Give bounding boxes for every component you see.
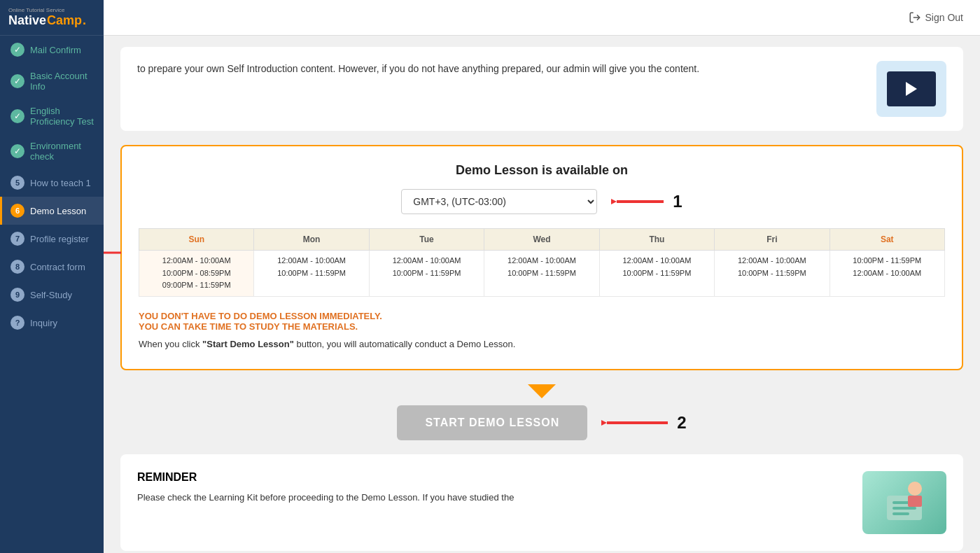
arrow2-number: 2 [677, 413, 686, 433]
reminder-image [862, 471, 946, 534]
arrow1-icon [611, 192, 667, 211]
check-icon: ✓ [10, 74, 24, 88]
col-fri: Fri [715, 229, 830, 251]
step-number: ? [10, 316, 24, 330]
start-btn-row: START DEMO LESSON 2 [120, 405, 963, 440]
main-content: Sign Out to prepare your own Self Introd… [104, 0, 980, 553]
col-wed: Wed [484, 229, 599, 251]
step-number: 8 [10, 260, 24, 274]
notice-orange: YOU DON'T HAVE TO DO DEMO LESSON IMMEDIA… [139, 311, 945, 332]
check-icon: ✓ [10, 109, 24, 123]
fri-slot-1: 12:00AM - 10:00AM10:00PM - 11:59PM [715, 251, 830, 297]
logo-camp: Camp [47, 13, 82, 28]
sidebar-item-basic-account-info[interactable]: ✓ Basic Account Info [0, 64, 104, 99]
reminder-card: REMINDER Please check the Learning Kit b… [120, 454, 963, 551]
svg-point-11 [908, 482, 922, 496]
step-number: 9 [10, 288, 24, 302]
svg-rect-10 [892, 512, 909, 515]
reminder-card-content: REMINDER Please check the Learning Kit b… [137, 471, 848, 505]
wed-slot-1: 12:00AM - 10:00AM10:00PM - 11:59PM [484, 251, 599, 297]
sign-out-button[interactable]: Sign Out [909, 11, 963, 24]
col-mon: Mon [254, 229, 369, 251]
sidebar-item-label: Self-Study [30, 290, 72, 300]
sidebar-item-how-to-teach[interactable]: 5 How to teach 1 [0, 169, 104, 197]
sidebar-item-label: Inquiry [30, 318, 57, 328]
sidebar-item-profile-register[interactable]: 7 Profile register [0, 225, 104, 253]
reminder-text: Please check the Learning Kit before pro… [137, 491, 848, 505]
col-sun: Sun [139, 229, 254, 251]
arrow2-icon [601, 413, 671, 433]
video-thumbnail-container [876, 61, 946, 117]
sidebar-item-label: English Proficiency Test [30, 106, 95, 127]
sign-out-icon [909, 11, 921, 24]
sidebar-item-label: Contract form [30, 262, 85, 272]
check-icon: ✓ [10, 43, 24, 57]
sidebar-item-demo-lesson[interactable]: 6 Demo Lesson [0, 197, 104, 225]
intro-card-text: to prepare your own Self Introduction co… [137, 61, 862, 76]
arrow1-number: 1 [673, 192, 682, 211]
schedule-header-row: Sun Mon Tue Wed Thu Fri Sat [139, 229, 945, 251]
sidebar-item-mail-confirm[interactable]: ✓ Mail Confirm [0, 36, 104, 64]
svg-rect-9 [892, 507, 916, 510]
play-icon [906, 82, 917, 96]
arrow1-annotation: 1 [611, 192, 682, 211]
sidebar-item-label: Profile register [30, 234, 89, 244]
step6-arrow-icon [104, 244, 125, 261]
demo-lesson-section: مرحله ۶ Demo Lesson is available on [120, 145, 963, 370]
sidebar-item-label: Basic Account Info [30, 71, 95, 92]
step-number: 6 [10, 204, 24, 218]
notice-line-1: YOU DON'T HAVE TO DO DEMO LESSON IMMEDIA… [139, 311, 382, 321]
content-area: to prepare your own Self Introduction co… [104, 47, 980, 553]
col-sat: Sat [830, 229, 944, 251]
step6-annotation: مرحله ۶ [104, 239, 125, 266]
header-bar: Sign Out [104, 0, 980, 36]
sidebar-item-label: Mail Confirm [30, 45, 81, 55]
col-thu: Thu [599, 229, 714, 251]
logo-native: Native [8, 13, 46, 28]
mon-slot-1: 12:00AM - 10:00AM10:00PM - 11:59PM [254, 251, 369, 297]
start-demo-lesson-button[interactable]: START DEMO LESSON [397, 405, 587, 440]
intro-card: to prepare your own Self Introduction co… [120, 47, 963, 131]
triangle-down-icon [528, 384, 556, 398]
sidebar-item-label: Demo Lesson [30, 206, 86, 216]
notice-body-text: When you click "Start Demo Lesson" butto… [139, 337, 945, 352]
svg-rect-12 [908, 496, 922, 507]
notice-line-2: YOU CAN TAKE TIME TO STUDY THE MATERIALS… [139, 321, 358, 332]
sun-slot-1: 12:00AM - 10:00AM10:00PM - 08:59PM09:00P… [139, 251, 254, 297]
sidebar-item-environment-check[interactable]: ✓ Environment check [0, 134, 104, 169]
sidebar-item-inquiry[interactable]: ? Inquiry [0, 309, 104, 337]
reminder-title: REMINDER [137, 471, 848, 484]
video-thumb [887, 71, 936, 106]
thu-slot-1: 12:00AM - 10:00AM10:00PM - 11:59PM [599, 251, 714, 297]
logo: Online Tutorial Service NativeCamp. [0, 0, 104, 36]
table-row: 12:00AM - 10:00AM10:00PM - 08:59PM09:00P… [139, 251, 945, 297]
demo-lesson-title: Demo Lesson is available on [139, 163, 945, 178]
col-tue: Tue [369, 229, 484, 251]
timezone-select[interactable]: GMT+3, (UTC-03:00) [401, 189, 597, 214]
sidebar-item-contract-form[interactable]: 8 Contract form [0, 253, 104, 281]
logo-dot: . [83, 13, 86, 28]
sign-out-label: Sign Out [925, 12, 963, 23]
tue-slot-1: 12:00AM - 10:00AM10:00PM - 11:59PM [369, 251, 484, 297]
step-number: 5 [10, 176, 24, 190]
sidebar: Online Tutorial Service NativeCamp. ✓ Ma… [0, 0, 104, 553]
reminder-illustration [873, 475, 936, 531]
sidebar-item-label: How to teach 1 [30, 178, 91, 188]
step-number: 7 [10, 232, 24, 246]
logo-tagline: Online Tutorial Service [8, 7, 95, 13]
schedule-table: Sun Mon Tue Wed Thu Fri Sat 12:00AM - 10… [139, 228, 945, 297]
sidebar-item-label: Environment check [30, 141, 95, 162]
timezone-row: GMT+3, (UTC-03:00) 1 [139, 189, 945, 214]
triangle-pointer [120, 384, 963, 398]
arrow2-annotation: 2 [601, 413, 686, 433]
sidebar-item-english-proficiency-test[interactable]: ✓ English Proficiency Test [0, 99, 104, 134]
sidebar-item-self-study[interactable]: 9 Self-Study [0, 281, 104, 309]
orange-box: Demo Lesson is available on GMT+3, (UTC-… [120, 145, 963, 370]
logo-brand: NativeCamp. [8, 13, 95, 28]
sat-slot-1: 10:00PM - 11:59PM12:00AM - 10:00AM [830, 251, 944, 297]
check-icon: ✓ [10, 144, 24, 158]
